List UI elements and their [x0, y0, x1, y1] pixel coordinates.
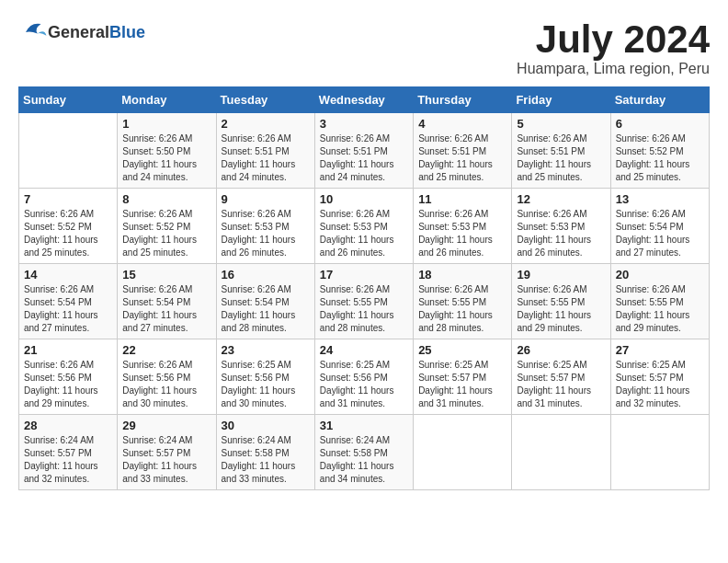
calendar-week-5: 28Sunrise: 6:24 AMSunset: 5:57 PMDayligh… [19, 415, 710, 490]
day-info: Sunrise: 6:24 AMSunset: 5:58 PMDaylight:… [320, 434, 408, 486]
calendar-cell: 16Sunrise: 6:26 AMSunset: 5:54 PMDayligh… [216, 264, 314, 339]
day-info: Sunrise: 6:26 AMSunset: 5:51 PMDaylight:… [517, 132, 605, 184]
calendar-cell: 31Sunrise: 6:24 AMSunset: 5:58 PMDayligh… [314, 415, 413, 490]
day-header-sunday: Sunday [19, 87, 118, 113]
calendar-cell: 23Sunrise: 6:25 AMSunset: 5:56 PMDayligh… [216, 339, 314, 415]
day-number: 26 [517, 343, 605, 357]
day-number: 24 [320, 343, 408, 357]
calendar-cell: 9Sunrise: 6:26 AMSunset: 5:53 PMDaylight… [216, 189, 314, 264]
day-header-thursday: Thursday [414, 87, 512, 113]
day-info: Sunrise: 6:25 AMSunset: 5:57 PMDaylight:… [418, 359, 506, 410]
day-number: 15 [122, 268, 210, 282]
day-info: Sunrise: 6:26 AMSunset: 5:50 PMDaylight:… [122, 132, 210, 184]
day-info: Sunrise: 6:26 AMSunset: 5:56 PMDaylight:… [24, 359, 112, 410]
calendar-cell: 12Sunrise: 6:26 AMSunset: 5:53 PMDayligh… [512, 189, 610, 264]
calendar-cell: 6Sunrise: 6:26 AMSunset: 5:52 PMDaylight… [610, 113, 709, 189]
day-number: 5 [517, 117, 605, 131]
calendar-cell: 29Sunrise: 6:24 AMSunset: 5:57 PMDayligh… [118, 415, 216, 490]
day-info: Sunrise: 6:26 AMSunset: 5:55 PMDaylight:… [616, 283, 704, 335]
calendar-week-1: 1Sunrise: 6:26 AMSunset: 5:50 PMDaylight… [19, 113, 710, 189]
logo-blue-text: Blue [109, 23, 145, 41]
day-number: 10 [320, 192, 408, 206]
day-info: Sunrise: 6:26 AMSunset: 5:52 PMDaylight:… [616, 132, 704, 184]
day-info: Sunrise: 6:26 AMSunset: 5:54 PMDaylight:… [24, 283, 112, 335]
day-number: 17 [320, 268, 408, 282]
day-number: 12 [517, 192, 605, 206]
calendar-cell: 20Sunrise: 6:26 AMSunset: 5:55 PMDayligh… [610, 264, 709, 339]
calendar-cell: 18Sunrise: 6:26 AMSunset: 5:55 PMDayligh… [414, 264, 512, 339]
day-number: 1 [122, 117, 210, 131]
day-info: Sunrise: 6:26 AMSunset: 5:55 PMDaylight:… [320, 283, 408, 335]
day-info: Sunrise: 6:26 AMSunset: 5:51 PMDaylight:… [320, 132, 408, 184]
logo: GeneralBlue [18, 18, 145, 46]
calendar-cell: 13Sunrise: 6:26 AMSunset: 5:54 PMDayligh… [610, 189, 709, 264]
calendar-cell: 5Sunrise: 6:26 AMSunset: 5:51 PMDaylight… [512, 113, 610, 189]
day-info: Sunrise: 6:26 AMSunset: 5:53 PMDaylight:… [517, 208, 605, 259]
calendar-cell: 30Sunrise: 6:24 AMSunset: 5:58 PMDayligh… [216, 415, 314, 490]
day-info: Sunrise: 6:26 AMSunset: 5:52 PMDaylight:… [24, 208, 112, 259]
day-number: 28 [24, 419, 112, 432]
day-info: Sunrise: 6:25 AMSunset: 5:56 PMDaylight:… [320, 359, 408, 410]
calendar-cell: 11Sunrise: 6:26 AMSunset: 5:53 PMDayligh… [414, 189, 512, 264]
calendar-cell [414, 415, 512, 490]
calendar-cell: 28Sunrise: 6:24 AMSunset: 5:57 PMDayligh… [19, 415, 118, 490]
day-header-friday: Friday [512, 87, 610, 113]
day-number: 13 [616, 192, 704, 206]
calendar-cell [19, 113, 118, 189]
logo-general-text: General [48, 23, 109, 41]
day-info: Sunrise: 6:26 AMSunset: 5:55 PMDaylight:… [517, 283, 605, 335]
day-number: 21 [24, 343, 112, 357]
day-number: 31 [320, 419, 408, 432]
calendar-cell: 1Sunrise: 6:26 AMSunset: 5:50 PMDaylight… [118, 113, 216, 189]
day-number: 22 [122, 343, 210, 357]
calendar-cell: 22Sunrise: 6:26 AMSunset: 5:56 PMDayligh… [118, 339, 216, 415]
calendar-table: SundayMondayTuesdayWednesdayThursdayFrid… [18, 86, 710, 490]
calendar-cell: 24Sunrise: 6:25 AMSunset: 5:56 PMDayligh… [314, 339, 413, 415]
calendar-week-2: 7Sunrise: 6:26 AMSunset: 5:52 PMDaylight… [19, 189, 710, 264]
day-info: Sunrise: 6:26 AMSunset: 5:52 PMDaylight:… [122, 208, 210, 259]
calendar-cell: 7Sunrise: 6:26 AMSunset: 5:52 PMDaylight… [19, 189, 118, 264]
day-info: Sunrise: 6:26 AMSunset: 5:56 PMDaylight:… [122, 359, 210, 410]
day-info: Sunrise: 6:24 AMSunset: 5:57 PMDaylight:… [24, 434, 112, 486]
calendar-cell: 8Sunrise: 6:26 AMSunset: 5:52 PMDaylight… [118, 189, 216, 264]
day-number: 19 [517, 268, 605, 282]
calendar-week-3: 14Sunrise: 6:26 AMSunset: 5:54 PMDayligh… [19, 264, 710, 339]
calendar-cell: 10Sunrise: 6:26 AMSunset: 5:53 PMDayligh… [314, 189, 413, 264]
calendar-body: 1Sunrise: 6:26 AMSunset: 5:50 PMDaylight… [19, 113, 710, 490]
day-info: Sunrise: 6:26 AMSunset: 5:54 PMDaylight:… [616, 208, 704, 259]
day-info: Sunrise: 6:25 AMSunset: 5:57 PMDaylight:… [616, 359, 704, 410]
calendar-cell: 2Sunrise: 6:26 AMSunset: 5:51 PMDaylight… [216, 113, 314, 189]
location-title: Huampara, Lima region, Peru [517, 61, 710, 77]
day-info: Sunrise: 6:26 AMSunset: 5:53 PMDaylight:… [320, 208, 408, 259]
month-title: July 2024 [517, 18, 710, 61]
calendar-cell: 26Sunrise: 6:25 AMSunset: 5:57 PMDayligh… [512, 339, 610, 415]
day-info: Sunrise: 6:26 AMSunset: 5:55 PMDaylight:… [418, 283, 506, 335]
logo-icon [20, 18, 48, 46]
day-info: Sunrise: 6:25 AMSunset: 5:57 PMDaylight:… [517, 359, 605, 410]
day-number: 8 [122, 192, 210, 206]
day-number: 23 [222, 343, 310, 357]
calendar-cell: 17Sunrise: 6:26 AMSunset: 5:55 PMDayligh… [314, 264, 413, 339]
calendar-cell: 15Sunrise: 6:26 AMSunset: 5:54 PMDayligh… [118, 264, 216, 339]
calendar-cell: 19Sunrise: 6:26 AMSunset: 5:55 PMDayligh… [512, 264, 610, 339]
page-header: GeneralBlue July 2024 Huampara, Lima reg… [18, 18, 710, 77]
calendar-cell [610, 415, 709, 490]
title-block: July 2024 Huampara, Lima region, Peru [517, 18, 710, 77]
calendar-cell: 14Sunrise: 6:26 AMSunset: 5:54 PMDayligh… [19, 264, 118, 339]
calendar-cell [512, 415, 610, 490]
day-info: Sunrise: 6:26 AMSunset: 5:54 PMDaylight:… [222, 283, 310, 335]
day-number: 11 [418, 192, 506, 206]
day-header-tuesday: Tuesday [216, 87, 314, 113]
day-info: Sunrise: 6:26 AMSunset: 5:53 PMDaylight:… [222, 208, 310, 259]
day-number: 4 [418, 117, 506, 131]
calendar-cell: 21Sunrise: 6:26 AMSunset: 5:56 PMDayligh… [19, 339, 118, 415]
day-number: 30 [222, 419, 310, 432]
day-header-wednesday: Wednesday [314, 87, 413, 113]
calendar-header-row: SundayMondayTuesdayWednesdayThursdayFrid… [19, 87, 710, 113]
day-info: Sunrise: 6:26 AMSunset: 5:51 PMDaylight:… [222, 132, 310, 184]
calendar-cell: 3Sunrise: 6:26 AMSunset: 5:51 PMDaylight… [314, 113, 413, 189]
day-info: Sunrise: 6:26 AMSunset: 5:54 PMDaylight:… [122, 283, 210, 335]
day-info: Sunrise: 6:24 AMSunset: 5:57 PMDaylight:… [122, 434, 210, 486]
day-number: 16 [222, 268, 310, 282]
day-info: Sunrise: 6:26 AMSunset: 5:53 PMDaylight:… [418, 208, 506, 259]
